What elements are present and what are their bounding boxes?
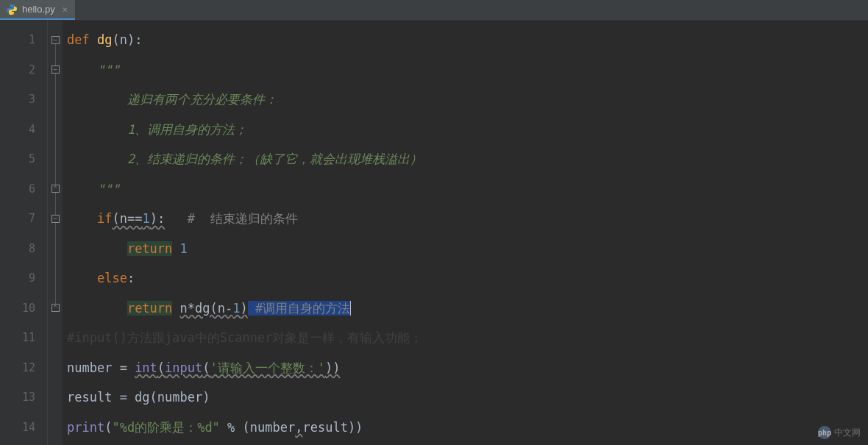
code-line: number = int(input('请输入一个整数：')) <box>67 353 868 383</box>
tab-filename: hello.py <box>22 4 55 15</box>
file-tab[interactable]: hello.py × <box>0 0 75 20</box>
code-line: print("%d的阶乘是：%d" % (number,result)) <box>67 413 868 443</box>
code-line: """ <box>67 55 868 85</box>
line-number-gutter: 1 2 3 4 5 6 7 8 9 10 11 12 13 14 <box>0 21 48 445</box>
code-line: 递归有两个充分必要条件： <box>67 85 868 115</box>
watermark: php 中文网 <box>818 426 861 439</box>
code-line: #input()方法跟java中的Scanner对象是一样，有输入功能； <box>67 323 868 353</box>
code-area[interactable]: def dg(n): """ 递归有两个充分必要条件： 1、调用自身的方法； 2… <box>63 21 868 445</box>
code-line: 2、结束递归的条件；（缺了它，就会出现堆栈溢出） <box>67 144 868 174</box>
fold-gutter: − − ⌃ − ⌃ <box>48 21 63 445</box>
code-line: """ <box>67 174 868 204</box>
code-line: return 1 <box>67 234 868 264</box>
fold-end-icon[interactable]: ⌃ <box>51 304 60 312</box>
line-number: 6 <box>0 174 47 204</box>
fold-end-icon[interactable]: ⌃ <box>51 185 60 193</box>
line-number: 8 <box>0 234 47 264</box>
code-line: result = dg(number) <box>67 382 868 413</box>
line-number: 1 <box>0 25 47 55</box>
line-number: 3 <box>0 85 47 115</box>
line-number: 12 <box>0 353 47 383</box>
line-number: 5 <box>0 144 47 174</box>
line-number: 10 <box>0 293 47 324</box>
line-number: 4 <box>0 115 47 145</box>
fold-minus-icon[interactable]: − <box>51 36 60 44</box>
line-number: 9 <box>0 263 47 293</box>
code-line: else: <box>67 263 868 293</box>
line-number: 14 <box>0 413 47 443</box>
code-line: def dg(n): <box>67 25 868 55</box>
code-line: 1、调用自身的方法； <box>67 115 868 145</box>
code-line: return n*dg(n-1) #调用自身的方法 <box>67 293 868 324</box>
tab-bar: hello.py × <box>0 0 868 21</box>
close-icon[interactable]: × <box>63 4 68 15</box>
python-file-icon <box>6 4 18 15</box>
fold-minus-icon[interactable]: − <box>51 65 60 74</box>
line-number: 11 <box>0 323 47 353</box>
editor: 1 2 3 4 5 6 7 8 9 10 11 12 13 14 − − ⌃ −… <box>0 21 868 445</box>
line-number: 13 <box>0 382 47 413</box>
code-line: if(n==1): # 结束递归的条件 <box>67 204 868 234</box>
watermark-logo-icon: php <box>818 426 831 439</box>
line-number: 2 <box>0 55 47 85</box>
fold-minus-icon[interactable]: − <box>51 215 60 223</box>
watermark-text: 中文网 <box>834 427 861 439</box>
line-number: 7 <box>0 204 47 234</box>
